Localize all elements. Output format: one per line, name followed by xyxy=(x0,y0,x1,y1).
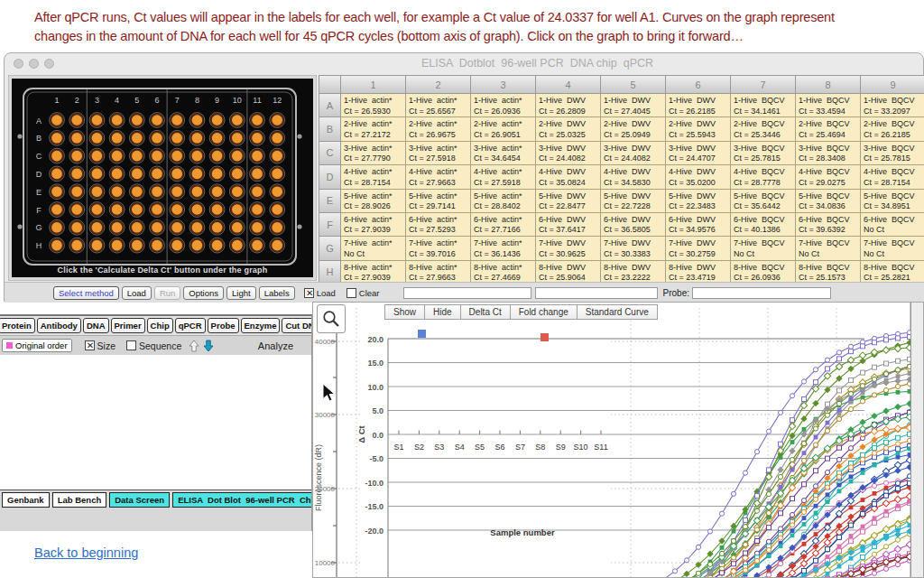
well-cell-F4[interactable]: 6-Hive DWVCt = 37.6417 xyxy=(536,213,601,237)
plate-well-E10[interactable] xyxy=(229,184,245,200)
plate-well-F2[interactable] xyxy=(69,202,85,218)
plate-well-E2[interactable] xyxy=(69,184,85,200)
sort-ascending-button[interactable] xyxy=(189,340,199,352)
plate-well-G8[interactable] xyxy=(189,219,205,235)
plate-well-D10[interactable] xyxy=(229,166,245,182)
plate-well-G5[interactable] xyxy=(129,219,144,235)
plate-well-B7[interactable] xyxy=(170,130,185,145)
well-cell-B9[interactable]: 2-Hive BQCVCt = 26.2185 xyxy=(861,117,924,141)
plate-well-C6[interactable] xyxy=(150,148,165,163)
well-cell-F6[interactable]: 6-Hive DWVCt = 34.9576 xyxy=(666,213,731,237)
load-button[interactable]: Load xyxy=(122,286,152,300)
back-to-beginning-link[interactable]: Back to beginning xyxy=(34,545,138,560)
plate-well-A12[interactable] xyxy=(270,113,285,128)
well-cell-G7[interactable]: 7-Hive BQCVNo Ct xyxy=(731,237,796,260)
well-cell-F5[interactable]: 6-Hive DWVCt = 36.5805 xyxy=(601,213,666,237)
tab-genbank[interactable]: Genbank xyxy=(2,492,50,508)
plate-well-G4[interactable] xyxy=(109,219,125,235)
plate-well-F3[interactable] xyxy=(89,202,105,218)
well-cell-E7[interactable]: 5-Hive BQCVCt = 35.6442 xyxy=(731,190,796,213)
probe-input[interactable] xyxy=(692,287,831,299)
load-checkbox[interactable] xyxy=(304,288,314,298)
graph-button-hide[interactable]: Hide xyxy=(424,304,461,320)
plate-well-G9[interactable] xyxy=(209,219,225,235)
tab-lab-bench[interactable]: Lab Bench xyxy=(52,492,107,508)
plate-well-G1[interactable] xyxy=(50,219,65,235)
plate-well-G2[interactable] xyxy=(69,219,85,235)
plate-well-G7[interactable] xyxy=(170,219,185,235)
plate-well-A4[interactable] xyxy=(109,113,125,128)
clear-checkbox[interactable] xyxy=(346,288,356,298)
plate-well-E4[interactable] xyxy=(109,184,125,200)
plate-well-D6[interactable] xyxy=(150,166,165,182)
plate-well-E5[interactable] xyxy=(129,184,144,200)
zoom-window-button[interactable] xyxy=(44,59,54,69)
well-cell-E8[interactable]: 5-Hive BQCVCt = 34.0836 xyxy=(796,190,861,213)
well-cell-G8[interactable]: 7-Hive BQCVNo Ct xyxy=(796,237,861,260)
bench-button-probe[interactable]: Probe xyxy=(208,318,239,333)
well-cell-C8[interactable]: 3-Hive BQCVCt = 28.3408 xyxy=(796,142,861,165)
well-cell-F9[interactable]: 6-Hive BQCVNo Ct xyxy=(861,213,924,237)
labels-button[interactable]: Labels xyxy=(259,286,295,300)
bench-button-dna[interactable]: DNA xyxy=(83,318,109,333)
plate-well-H9[interactable] xyxy=(209,238,225,253)
well-cell-B7[interactable]: 2-Hive BQCVCt = 25.3446 xyxy=(731,117,796,141)
plate-well-H5[interactable] xyxy=(129,238,144,253)
well-cell-G9[interactable]: 7-Hive BQCVNo Ct xyxy=(861,237,924,260)
method-field-1[interactable] xyxy=(403,287,531,299)
plate-well-C7[interactable] xyxy=(170,148,185,163)
analyze-button[interactable]: Analyze xyxy=(258,340,293,351)
well-cell-D3[interactable]: 4-Hive actin*Ct = 27.5918 xyxy=(471,165,536,189)
plate-well-H12[interactable] xyxy=(270,238,285,253)
well-cell-G1[interactable]: 7-Hive actin*No Ct xyxy=(341,237,406,260)
plate-well-B12[interactable] xyxy=(270,130,285,145)
plate-well-C12[interactable] xyxy=(270,148,285,163)
well-cell-E4[interactable]: 5-Hive DWVCt = 22.8477 xyxy=(536,190,601,213)
plate-well-B11[interactable] xyxy=(250,130,265,145)
well-cell-F3[interactable]: 6-Hive actin*Ct = 27.7166 xyxy=(471,213,536,237)
plate-well-D4[interactable] xyxy=(109,166,125,182)
run-button[interactable]: Run xyxy=(154,286,180,300)
well-cell-D9[interactable]: 4-Hive BQCVCt = 28.7154 xyxy=(861,165,924,189)
well-cell-E9[interactable]: 5-Hive BQCVCt = 34.8951 xyxy=(861,190,924,213)
plate-well-B4[interactable] xyxy=(109,130,125,145)
plate-well-B9[interactable] xyxy=(209,130,225,145)
plate-well-F1[interactable] xyxy=(50,202,65,218)
well-cell-C7[interactable]: 3-Hive BQCVCt = 25.7815 xyxy=(731,142,796,165)
plate-well-C5[interactable] xyxy=(129,148,144,163)
well-cell-B4[interactable]: 2-Hive DWVCt = 25.0325 xyxy=(536,117,601,141)
plate-well-G10[interactable] xyxy=(229,219,245,235)
plate-well-D12[interactable] xyxy=(270,166,285,182)
original-order-button[interactable]: Original order xyxy=(2,339,72,352)
plate-well-H8[interactable] xyxy=(189,238,205,253)
well-cell-F1[interactable]: 6-Hive actin*Ct = 27.9039 xyxy=(341,213,406,237)
bench-button-cut-dna[interactable]: Cut DNA xyxy=(282,318,312,333)
well-cell-E3[interactable]: 5-Hive actin*Ct = 28.8402 xyxy=(471,190,536,213)
well-cell-D2[interactable]: 4-Hive actin*Ct = 27.9663 xyxy=(406,165,471,189)
plate-well-D7[interactable] xyxy=(170,166,185,182)
graph-button-delta-ct[interactable]: Delta Ct xyxy=(460,304,511,320)
well-cell-A5[interactable]: 1-Hive DWVCt = 27.4045 xyxy=(601,94,666,117)
well-cell-G6[interactable]: 7-Hive DWVCt = 30.2759 xyxy=(666,237,731,260)
well-cell-A2[interactable]: 1-Hive actin*Ct = 25.6567 xyxy=(406,94,471,117)
plate-panel[interactable]: 123456789101112ABCDEFGH Click the 'Calcu… xyxy=(8,75,317,281)
plate-well-A9[interactable] xyxy=(209,113,225,128)
plate-well-D2[interactable] xyxy=(69,166,85,182)
plate-well-H3[interactable] xyxy=(89,238,105,253)
well-cell-C1[interactable]: 3-Hive actin*Ct = 27.7790 xyxy=(341,142,406,165)
plate-well-H2[interactable] xyxy=(69,238,85,253)
graph-button-show[interactable]: Show xyxy=(384,304,425,320)
select-method-button[interactable]: Select method xyxy=(53,286,119,300)
options-button[interactable]: Options xyxy=(183,286,224,300)
size-checkbox[interactable] xyxy=(85,340,95,350)
well-cell-G3[interactable]: 7-Hive actin*Ct = 36.1436 xyxy=(471,237,536,260)
plate-well-H11[interactable] xyxy=(250,238,265,253)
well-cell-B5[interactable]: 2-Hive DWVCt = 25.0949 xyxy=(601,117,666,141)
bench-button-protein[interactable]: Protein xyxy=(0,318,35,333)
96-well-plate-graphic[interactable]: 123456789101112ABCDEFGH xyxy=(12,79,313,277)
well-cell-F2[interactable]: 6-Hive actin*Ct = 27.5293 xyxy=(406,213,471,237)
well-cell-C4[interactable]: 3-Hive DWVCt = 24.4082 xyxy=(536,142,601,165)
plate-well-B3[interactable] xyxy=(89,130,105,145)
plate-well-A7[interactable] xyxy=(170,113,185,128)
well-cell-D5[interactable]: 4-Hive DWVCt = 34.5830 xyxy=(601,165,666,189)
